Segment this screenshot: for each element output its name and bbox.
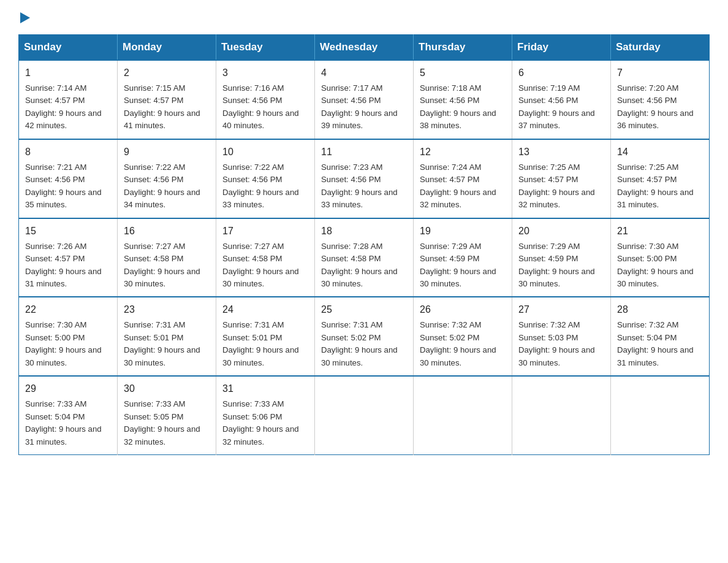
calendar-day-cell [414, 376, 512, 454]
day-number: 20 [518, 224, 604, 239]
calendar-day-cell: 3 Sunrise: 7:16 AMSunset: 4:56 PMDayligh… [216, 60, 315, 139]
day-info: Sunrise: 7:33 AMSunset: 5:04 PMDaylight:… [25, 398, 111, 448]
day-number: 12 [420, 145, 506, 159]
calendar-day-header: Monday [118, 35, 216, 61]
day-info: Sunrise: 7:24 AMSunset: 4:57 PMDaylight:… [420, 161, 506, 212]
calendar-day-cell: 4 Sunrise: 7:17 AMSunset: 4:56 PMDayligh… [315, 60, 414, 139]
day-info: Sunrise: 7:29 AMSunset: 4:59 PMDaylight:… [518, 240, 604, 291]
calendar-day-cell [315, 376, 414, 454]
calendar-day-header: Thursday [414, 35, 512, 61]
calendar-day-cell: 15 Sunrise: 7:26 AMSunset: 4:57 PMDaylig… [19, 218, 118, 297]
day-number: 30 [124, 381, 210, 396]
day-number: 7 [617, 66, 703, 80]
calendar-day-header: Sunday [19, 35, 118, 61]
calendar-day-cell: 10 Sunrise: 7:22 AMSunset: 4:56 PMDaylig… [216, 139, 315, 218]
day-number: 24 [222, 302, 308, 317]
day-info: Sunrise: 7:32 AMSunset: 5:04 PMDaylight:… [617, 319, 703, 369]
calendar-day-cell: 13 Sunrise: 7:25 AMSunset: 4:57 PMDaylig… [512, 139, 611, 218]
calendar-day-cell: 20 Sunrise: 7:29 AMSunset: 4:59 PMDaylig… [512, 218, 611, 297]
calendar-day-cell: 11 Sunrise: 7:23 AMSunset: 4:56 PMDaylig… [315, 139, 414, 218]
day-number: 27 [518, 302, 604, 317]
calendar-day-header: Friday [512, 35, 611, 61]
day-number: 26 [420, 302, 506, 317]
day-info: Sunrise: 7:18 AMSunset: 4:56 PMDaylight:… [420, 82, 506, 132]
day-number: 28 [617, 302, 703, 317]
calendar-day-cell: 19 Sunrise: 7:29 AMSunset: 4:59 PMDaylig… [414, 218, 512, 297]
calendar-week-row: 8 Sunrise: 7:21 AMSunset: 4:56 PMDayligh… [19, 139, 710, 218]
calendar-day-header: Saturday [611, 35, 710, 61]
calendar-day-cell: 5 Sunrise: 7:18 AMSunset: 4:56 PMDayligh… [414, 60, 512, 139]
day-info: Sunrise: 7:30 AMSunset: 5:00 PMDaylight:… [25, 319, 111, 369]
day-info: Sunrise: 7:25 AMSunset: 4:57 PMDaylight:… [518, 161, 604, 212]
calendar-day-cell: 9 Sunrise: 7:22 AMSunset: 4:56 PMDayligh… [118, 139, 216, 218]
day-number: 11 [321, 145, 407, 159]
calendar-week-row: 22 Sunrise: 7:30 AMSunset: 5:00 PMDaylig… [19, 297, 710, 376]
day-number: 18 [321, 224, 407, 239]
day-number: 31 [222, 381, 308, 396]
calendar-day-header: Tuesday [216, 35, 315, 61]
day-info: Sunrise: 7:25 AMSunset: 4:57 PMDaylight:… [617, 161, 703, 212]
day-number: 16 [124, 224, 210, 239]
day-info: Sunrise: 7:30 AMSunset: 5:00 PMDaylight:… [617, 240, 703, 291]
day-number: 2 [124, 66, 210, 80]
day-info: Sunrise: 7:32 AMSunset: 5:02 PMDaylight:… [420, 319, 506, 369]
day-info: Sunrise: 7:29 AMSunset: 4:59 PMDaylight:… [420, 240, 506, 291]
day-number: 3 [222, 66, 308, 80]
calendar-day-cell [512, 376, 611, 454]
day-info: Sunrise: 7:32 AMSunset: 5:03 PMDaylight:… [518, 319, 604, 369]
day-info: Sunrise: 7:22 AMSunset: 4:56 PMDaylight:… [124, 161, 210, 212]
day-number: 1 [25, 66, 111, 80]
day-info: Sunrise: 7:15 AMSunset: 4:57 PMDaylight:… [124, 82, 210, 132]
day-info: Sunrise: 7:31 AMSunset: 5:01 PMDaylight:… [222, 319, 308, 369]
calendar-week-row: 1 Sunrise: 7:14 AMSunset: 4:57 PMDayligh… [19, 60, 710, 139]
day-number: 29 [25, 381, 111, 396]
day-info: Sunrise: 7:21 AMSunset: 4:56 PMDaylight:… [25, 161, 111, 212]
day-info: Sunrise: 7:33 AMSunset: 5:05 PMDaylight:… [124, 398, 210, 448]
calendar-day-cell: 29 Sunrise: 7:33 AMSunset: 5:04 PMDaylig… [19, 376, 118, 454]
calendar-day-cell: 31 Sunrise: 7:33 AMSunset: 5:06 PMDaylig… [216, 376, 315, 454]
calendar-day-cell: 27 Sunrise: 7:32 AMSunset: 5:03 PMDaylig… [512, 297, 611, 376]
day-number: 25 [321, 302, 407, 317]
calendar-day-cell: 28 Sunrise: 7:32 AMSunset: 5:04 PMDaylig… [611, 297, 710, 376]
calendar-day-cell: 25 Sunrise: 7:31 AMSunset: 5:02 PMDaylig… [315, 297, 414, 376]
calendar-day-cell: 2 Sunrise: 7:15 AMSunset: 4:57 PMDayligh… [118, 60, 216, 139]
calendar-day-cell: 26 Sunrise: 7:32 AMSunset: 5:02 PMDaylig… [414, 297, 512, 376]
day-number: 15 [25, 224, 111, 239]
calendar-day-cell: 8 Sunrise: 7:21 AMSunset: 4:56 PMDayligh… [19, 139, 118, 218]
calendar-day-cell: 7 Sunrise: 7:20 AMSunset: 4:56 PMDayligh… [611, 60, 710, 139]
calendar-day-cell: 18 Sunrise: 7:28 AMSunset: 4:58 PMDaylig… [315, 218, 414, 297]
calendar-day-cell: 21 Sunrise: 7:30 AMSunset: 5:00 PMDaylig… [611, 218, 710, 297]
day-number: 10 [222, 145, 308, 159]
calendar-day-cell: 24 Sunrise: 7:31 AMSunset: 5:01 PMDaylig… [216, 297, 315, 376]
logo [18, 12, 30, 23]
calendar-day-cell: 12 Sunrise: 7:24 AMSunset: 4:57 PMDaylig… [414, 139, 512, 218]
page-header [18, 12, 710, 23]
day-info: Sunrise: 7:17 AMSunset: 4:56 PMDaylight:… [321, 82, 407, 132]
calendar-week-row: 15 Sunrise: 7:26 AMSunset: 4:57 PMDaylig… [19, 218, 710, 297]
calendar-day-cell: 17 Sunrise: 7:27 AMSunset: 4:58 PMDaylig… [216, 218, 315, 297]
calendar-day-cell: 23 Sunrise: 7:31 AMSunset: 5:01 PMDaylig… [118, 297, 216, 376]
day-number: 19 [420, 224, 506, 239]
day-info: Sunrise: 7:19 AMSunset: 4:56 PMDaylight:… [518, 82, 604, 132]
day-number: 21 [617, 224, 703, 239]
day-number: 17 [222, 224, 308, 239]
day-number: 13 [518, 145, 604, 159]
calendar-day-cell: 22 Sunrise: 7:30 AMSunset: 5:00 PMDaylig… [19, 297, 118, 376]
logo-arrow-icon [20, 12, 30, 23]
day-number: 6 [518, 66, 604, 80]
day-info: Sunrise: 7:16 AMSunset: 4:56 PMDaylight:… [222, 82, 308, 132]
day-info: Sunrise: 7:27 AMSunset: 4:58 PMDaylight:… [222, 240, 308, 291]
day-number: 8 [25, 145, 111, 159]
day-info: Sunrise: 7:20 AMSunset: 4:56 PMDaylight:… [617, 82, 703, 132]
day-number: 14 [617, 145, 703, 159]
calendar-day-cell [611, 376, 710, 454]
day-number: 4 [321, 66, 407, 80]
calendar-day-cell: 1 Sunrise: 7:14 AMSunset: 4:57 PMDayligh… [19, 60, 118, 139]
day-info: Sunrise: 7:22 AMSunset: 4:56 PMDaylight:… [222, 161, 308, 212]
calendar-day-header: Wednesday [315, 35, 414, 61]
calendar-day-cell: 6 Sunrise: 7:19 AMSunset: 4:56 PMDayligh… [512, 60, 611, 139]
day-info: Sunrise: 7:27 AMSunset: 4:58 PMDaylight:… [124, 240, 210, 291]
calendar-header-row: SundayMondayTuesdayWednesdayThursdayFrid… [19, 35, 710, 61]
calendar-table: SundayMondayTuesdayWednesdayThursdayFrid… [18, 34, 710, 455]
day-number: 5 [420, 66, 506, 80]
